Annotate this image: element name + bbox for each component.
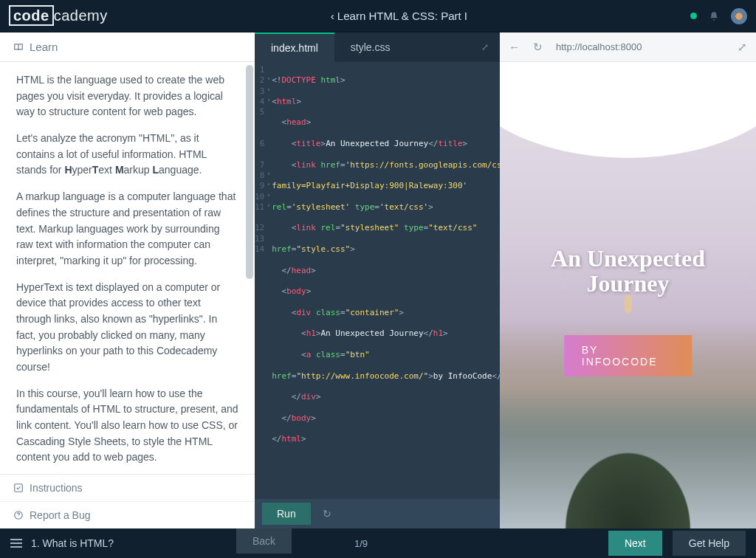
bottom-left: 1. What is HTML? <box>10 537 114 549</box>
run-button[interactable]: Run <box>262 503 311 525</box>
hero-curve <box>500 62 756 158</box>
instructions-toggle[interactable]: Instructions <box>0 475 255 501</box>
expand-icon[interactable]: ⤢ <box>470 32 500 62</box>
course-title[interactable]: Learn HTML & CSS: Part I <box>108 10 690 22</box>
main: Learn HTML is the language used to creat… <box>0 32 756 528</box>
tab-style-css[interactable]: style.css <box>334 32 407 62</box>
help-circle-icon <box>13 510 24 520</box>
lesson-footer: Instructions Report a Bug <box>0 474 255 528</box>
preview-body: An UnexpectedJourney BY INFOOCODE <box>500 62 756 528</box>
code-lines: <!DOCTYPE html> <html> <head> <title>An … <box>272 65 500 499</box>
top-bar: codecademy Learn HTML & CSS: Part I <box>0 0 756 32</box>
scrollbar[interactable] <box>246 65 253 279</box>
bell-icon[interactable] <box>709 11 719 21</box>
instructions-label: Instructions <box>30 482 83 494</box>
lesson-paragraph: A markup language is a computer language… <box>16 189 238 269</box>
avatar[interactable] <box>731 8 747 24</box>
preview-toolbar: ← ↻ http://localhost:8000 ⤢ <box>500 32 756 62</box>
hero-title: An UnexpectedJourney <box>500 247 756 296</box>
get-help-button[interactable]: Get Help <box>673 531 746 556</box>
lesson-body[interactable]: HTML is the language used to create the … <box>0 62 255 474</box>
editor-footer: Run ↻ <box>255 499 500 528</box>
menu-icon[interactable] <box>10 539 22 548</box>
report-bug-label: Report a Bug <box>30 509 91 521</box>
reset-icon[interactable]: ↻ <box>323 508 331 520</box>
expand-preview-icon[interactable]: ⤢ <box>735 41 750 54</box>
svg-rect-0 <box>15 484 23 492</box>
progress-indicator: 1/9 <box>114 538 608 549</box>
logo-rest: cademy <box>54 7 108 24</box>
preview-pane: ← ↻ http://localhost:8000 ⤢ An Unexpecte… <box>500 32 756 528</box>
lesson-tab-learn[interactable]: Learn <box>0 32 255 62</box>
url-field[interactable]: http://localhost:8000 <box>553 41 727 52</box>
lesson-paragraph: Let's analyze the acronym "HTML", as it … <box>16 131 238 179</box>
next-button[interactable]: Next <box>608 531 662 556</box>
report-bug-link[interactable]: Report a Bug <box>0 501 255 528</box>
header-icons <box>690 8 747 24</box>
logo-boxed: code <box>9 5 54 26</box>
logo[interactable]: codecademy <box>9 7 108 24</box>
editor-pane: index.html style.css ⤢ 12345678910111213… <box>255 32 500 528</box>
lesson-paragraph: HTML is the language used to create the … <box>16 72 238 120</box>
back-button[interactable]: Back <box>236 528 292 554</box>
status-dot-icon <box>690 13 697 19</box>
code-editor[interactable]: 1234567891011121314 <!DOCTYPE html> <htm… <box>255 62 500 499</box>
hero-cta-button[interactable]: BY INFOOCODE <box>564 335 693 376</box>
reload-icon[interactable]: ↻ <box>530 41 546 54</box>
checkbox-icon <box>13 483 24 493</box>
figure-graphic <box>625 295 632 313</box>
gutter: 1234567891011121314 <box>255 65 272 499</box>
lesson-paragraph: HyperText is text displayed on a compute… <box>16 280 238 376</box>
lesson-pane: Learn HTML is the language used to creat… <box>0 32 255 528</box>
bottom-bar: 1. What is HTML? Back 1/9 Next Get Help <box>0 528 756 558</box>
lesson-paragraph: In this course, you'll learn how to use … <box>16 386 238 466</box>
book-icon <box>13 42 24 52</box>
editor-tabs: index.html style.css ⤢ <box>255 32 500 62</box>
lesson-tab-label: Learn <box>30 41 58 53</box>
back-arrow-icon[interactable]: ← <box>506 41 523 53</box>
tab-index-html[interactable]: index.html <box>255 32 334 62</box>
step-title: 1. What is HTML? <box>31 537 114 549</box>
